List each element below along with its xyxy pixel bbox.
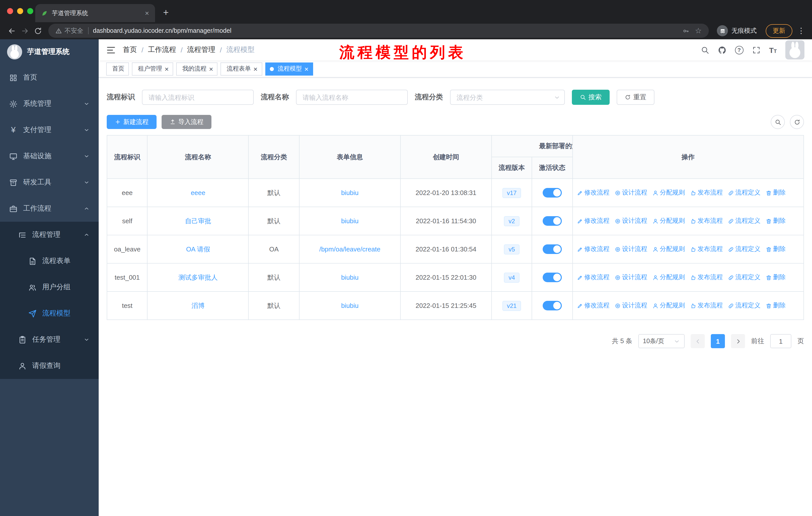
sidebar-item-home[interactable]: 首页 [0, 64, 99, 91]
action-process-definition[interactable]: 流程定义 [728, 188, 760, 197]
sidebar-item-dev-tools[interactable]: 研发工具 [0, 169, 99, 195]
reset-button[interactable]: 重置 [617, 90, 655, 105]
action-design-process[interactable]: 设计流程 [614, 217, 647, 225]
active-toggle[interactable] [543, 188, 562, 197]
active-toggle[interactable] [543, 273, 562, 282]
app-logo[interactable]: 芋道管理系统 [0, 39, 99, 64]
action-edit-process[interactable]: 修改流程 [577, 245, 609, 253]
action-design-process[interactable]: 设计流程 [614, 301, 647, 310]
form-info-link[interactable]: biubiu [341, 217, 358, 225]
next-page-button[interactable] [731, 334, 745, 348]
action-process-definition[interactable]: 流程定义 [728, 301, 760, 310]
process-name-link[interactable]: eeee [191, 189, 205, 196]
action-delete[interactable]: 删除 [765, 273, 786, 282]
sidebar-item-infrastructure[interactable]: 基础设施 [0, 143, 99, 169]
sidebar-item-process-model[interactable]: 流程模型 [0, 300, 99, 327]
action-design-process[interactable]: 设计流程 [614, 245, 647, 253]
tag-home[interactable]: 首页 [106, 62, 129, 75]
sidebar-item-system-mgmt[interactable]: 系统管理 [0, 91, 99, 117]
action-assign-rule[interactable]: 分配规则 [652, 217, 685, 225]
process-name-link[interactable]: OA 请假 [186, 245, 210, 253]
github-icon[interactable] [718, 46, 726, 54]
process-name-link[interactable]: 滔博 [192, 302, 205, 309]
create-process-button[interactable]: 新建流程 [107, 115, 156, 129]
new-tab-button[interactable]: + [163, 7, 169, 18]
action-assign-rule[interactable]: 分配规则 [652, 245, 685, 253]
prev-page-button[interactable] [691, 334, 705, 348]
breadcrumb-workflow[interactable]: 工作流程 [148, 45, 176, 54]
breadcrumb-home[interactable]: 首页 [123, 45, 137, 54]
tag-close-icon[interactable]: × [254, 65, 258, 72]
maximize-window-button[interactable] [27, 8, 33, 14]
reload-button[interactable] [31, 24, 44, 37]
toggle-search-button[interactable] [771, 115, 785, 129]
form-info-link[interactable]: biubiu [341, 189, 358, 196]
sidebar-item-task-mgmt[interactable]: 任务管理 [0, 327, 99, 353]
tab-close-icon[interactable]: × [145, 9, 149, 17]
goto-page-input[interactable] [770, 334, 791, 348]
close-window-button[interactable] [7, 8, 13, 14]
action-assign-rule[interactable]: 分配规则 [652, 301, 685, 310]
tag-close-icon[interactable]: × [209, 65, 213, 72]
sidebar-item-payment-mgmt[interactable]: ¥ 支付管理 [0, 117, 99, 143]
form-info-link[interactable]: biubiu [341, 302, 358, 309]
action-edit-process[interactable]: 修改流程 [577, 217, 609, 225]
action-process-definition[interactable]: 流程定义 [728, 245, 760, 253]
action-process-definition[interactable]: 流程定义 [728, 273, 760, 282]
security-indicator[interactable]: 不安全 [55, 26, 83, 35]
sidebar-item-workflow[interactable]: 工作流程 [0, 195, 99, 222]
tag-process-form[interactable]: 流程表单× [221, 62, 262, 75]
action-process-definition[interactable]: 流程定义 [728, 217, 760, 225]
import-process-button[interactable]: 导入流程 [162, 115, 211, 129]
action-design-process[interactable]: 设计流程 [614, 188, 647, 197]
refresh-table-button[interactable] [790, 115, 804, 129]
help-icon[interactable]: ? [735, 46, 743, 54]
browser-menu-icon[interactable]: ⋮ [795, 26, 807, 35]
process-name-link[interactable]: 测试多审批人 [178, 273, 218, 281]
action-delete[interactable]: 删除 [765, 188, 786, 197]
active-toggle[interactable] [543, 244, 562, 254]
sidebar-item-process-form[interactable]: 流程表单 [0, 248, 99, 274]
password-key-icon[interactable] [683, 27, 689, 34]
browser-tab[interactable]: 芋道管理系统 × [35, 4, 155, 22]
active-toggle[interactable] [543, 301, 562, 310]
process-id-input[interactable] [142, 90, 254, 105]
sidebar-item-process-mgmt[interactable]: 流程管理 [0, 222, 99, 248]
active-toggle[interactable] [543, 216, 562, 226]
page-number-button[interactable]: 1 [711, 334, 725, 348]
page-size-select[interactable]: 10条/页 [638, 334, 685, 348]
form-info-link[interactable]: /bpm/oa/leave/create [319, 245, 380, 253]
fullscreen-icon[interactable] [752, 46, 760, 54]
action-design-process[interactable]: 设计流程 [614, 273, 647, 282]
action-delete[interactable]: 删除 [765, 245, 786, 253]
user-avatar[interactable] [785, 40, 805, 59]
forward-button[interactable] [18, 24, 31, 37]
action-edit-process[interactable]: 修改流程 [577, 273, 609, 282]
action-edit-process[interactable]: 修改流程 [577, 301, 609, 310]
action-publish-process[interactable]: 发布流程 [690, 273, 723, 282]
action-assign-rule[interactable]: 分配规则 [652, 273, 685, 282]
breadcrumb-process-mgmt[interactable]: 流程管理 [187, 45, 215, 54]
action-assign-rule[interactable]: 分配规则 [652, 188, 685, 197]
bookmark-star-icon[interactable]: ☆ [695, 26, 702, 35]
search-button[interactable]: 搜索 [572, 90, 610, 105]
tag-close-icon[interactable]: × [165, 65, 169, 72]
category-select-input[interactable] [450, 90, 565, 105]
action-publish-process[interactable]: 发布流程 [690, 245, 723, 253]
action-publish-process[interactable]: 发布流程 [690, 188, 723, 197]
browser-update-button[interactable]: 更新 [766, 24, 792, 37]
font-size-icon[interactable]: TT [769, 46, 777, 54]
action-publish-process[interactable]: 发布流程 [690, 217, 723, 225]
action-delete[interactable]: 删除 [765, 301, 786, 310]
action-delete[interactable]: 删除 [765, 217, 786, 225]
url-bar[interactable]: 不安全 dashboard.yudao.iocoder.cn/bpm/manag… [48, 24, 709, 38]
process-name-input[interactable] [296, 90, 408, 105]
process-name-link[interactable]: 自己审批 [185, 217, 211, 224]
tag-tenant-mgmt[interactable]: 租户管理× [132, 62, 173, 75]
back-button[interactable] [5, 24, 18, 37]
sidebar-item-user-group[interactable]: 用户分组 [0, 274, 99, 300]
search-icon[interactable] [700, 46, 709, 54]
form-info-link[interactable]: biubiu [341, 274, 358, 281]
tag-process-model[interactable]: 流程模型× [265, 62, 313, 75]
action-edit-process[interactable]: 修改流程 [577, 188, 609, 197]
